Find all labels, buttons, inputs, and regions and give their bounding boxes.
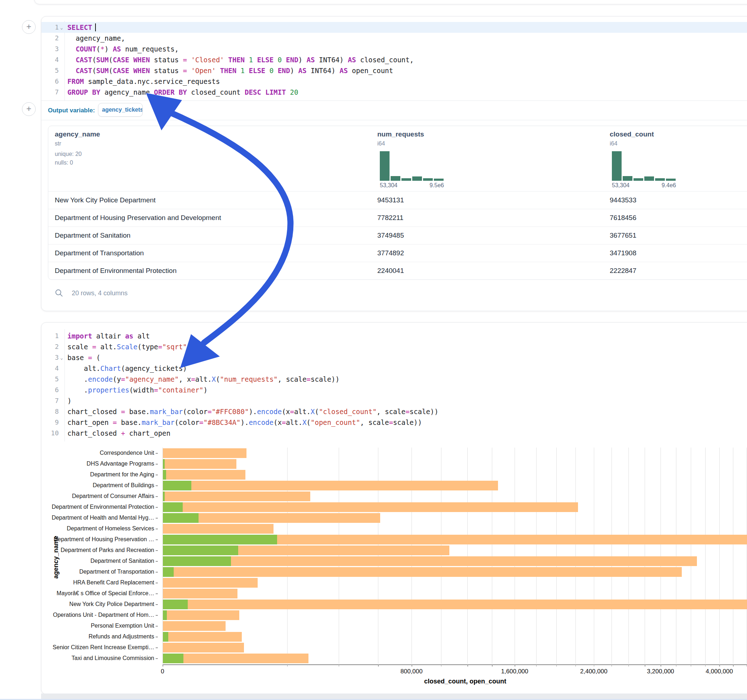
gridline <box>676 448 676 664</box>
gridline <box>628 448 629 664</box>
column-header-closed-count[interactable]: closed_count <box>610 130 654 138</box>
y-axis-tick <box>156 496 158 497</box>
y-axis-label: Personal Exemption Unit <box>45 620 158 631</box>
python-line-10[interactable]: 10chart_closed + chart_open <box>41 428 747 439</box>
y-axis-tick <box>156 539 158 540</box>
fold-caret-icon[interactable]: ⌄ <box>60 22 63 33</box>
x-axis-tick <box>733 664 734 667</box>
x-axis-label: 4,000,000 <box>706 668 733 675</box>
code-text[interactable]: CAST(SUM(CASE WHEN status = 'Open' THEN … <box>67 65 393 76</box>
closed_count-bar <box>163 535 747 545</box>
code-text[interactable]: COUNT(*) AS num_requests, <box>67 44 179 54</box>
code-text[interactable]: .encode(y="agency_name", x=alt.X("num_re… <box>67 374 339 385</box>
python-line-5[interactable]: 5 .encode(y="agency_name", x=alt.X("num_… <box>41 374 747 385</box>
cell-num-requests: 2240041 <box>377 262 404 279</box>
x-axis-tick <box>611 664 612 667</box>
line-number: 10 <box>41 428 59 439</box>
open_count-bar <box>163 556 231 566</box>
column-header-num-requests[interactable]: num_requests <box>377 130 424 138</box>
open_count-bar <box>163 546 238 555</box>
column-stats: unique: 20 nulls: 0 <box>55 150 82 167</box>
table-row[interactable]: Department of Transportation377489234719… <box>48 244 747 262</box>
x-axis-title: closed_count, open_count <box>424 678 506 685</box>
python-line-4[interactable]: 4 alt.Chart(agency_tickets) <box>41 363 747 374</box>
add-cell-button-top[interactable]: + <box>22 20 36 34</box>
x-axis-label: 1,600,000 <box>501 668 528 675</box>
notebook-page: + + 1⌄SELECT2 agency_name,3 COUNT(*) AS … <box>0 0 747 700</box>
x-axis-label: 3,200,000 <box>647 668 674 675</box>
table-row[interactable]: New York City Police Department945313194… <box>48 191 747 209</box>
sql-line-4[interactable]: 4 CAST(SUM(CASE WHEN status = 'Closed' T… <box>41 54 747 65</box>
open_count-bar <box>163 567 174 577</box>
divider <box>41 120 747 120</box>
code-text[interactable]: .properties(width="container") <box>67 385 207 395</box>
sql-line-7[interactable]: 7GROUP BY agency_name ORDER BY closed_co… <box>41 87 747 98</box>
python-line-6[interactable]: 6 .properties(width="container") <box>41 385 747 395</box>
code-text[interactable]: CAST(SUM(CASE WHEN status = 'Closed' THE… <box>67 54 414 65</box>
code-text[interactable]: ) <box>67 395 71 406</box>
fold-caret-icon[interactable]: ⌄ <box>60 353 63 363</box>
python-line-3[interactable]: 3⌄base = ( <box>41 352 747 363</box>
gridline <box>705 448 706 664</box>
histogram-bar <box>380 151 390 181</box>
y-axis-label: HRA Benefit Card Replacement <box>45 577 158 588</box>
output-variable-label: Output variable: <box>48 107 95 114</box>
x-axis-tick <box>411 664 412 667</box>
line-number: 2 <box>41 33 59 44</box>
output-variable-input[interactable]: agency_tickets <box>98 103 143 117</box>
python-code-editor[interactable]: 1import altair as alt2scale = alt.Scale(… <box>41 330 747 439</box>
line-number: 6 <box>41 385 59 395</box>
python-line-8[interactable]: 8chart_closed = base.mark_bar(color="#FF… <box>41 406 747 417</box>
histogram-bar <box>644 177 654 181</box>
y-axis-tick <box>156 582 158 583</box>
search-icon[interactable] <box>54 288 64 298</box>
closed_count-bar <box>163 578 258 588</box>
cell-closed-count: 9443533 <box>610 192 637 209</box>
column-header-agency-name[interactable]: agency_name <box>55 130 100 138</box>
code-text[interactable]: chart_closed = base.mark_bar(color="#FFC… <box>67 406 439 417</box>
table-row[interactable]: Department of Sanitation37494853677651 <box>48 226 747 244</box>
table-row[interactable]: Department of Environmental Protection22… <box>48 262 747 280</box>
y-axis-label: Mayorâ€ s Office of Special Enforce… <box>45 588 158 599</box>
python-line-2[interactable]: 2scale = alt.Scale(type="sqrt") <box>41 341 747 352</box>
table-row[interactable]: Department of Housing Preservation and D… <box>48 209 747 227</box>
sql-line-6[interactable]: 6FROM sample_data.nyc.service_requests <box>41 76 747 87</box>
code-text[interactable]: scale = alt.Scale(type="sqrt") <box>67 341 191 352</box>
sql-line-5[interactable]: 5 CAST(SUM(CASE WHEN status = 'Open' THE… <box>41 65 747 76</box>
sql-line-3[interactable]: 3 COUNT(*) AS num_requests, <box>41 44 747 54</box>
sql-line-2[interactable]: 2 agency_name, <box>41 33 747 44</box>
code-text[interactable]: import altair as alt <box>67 330 150 341</box>
code-text[interactable]: base = ( <box>67 352 101 363</box>
sql-line-1[interactable]: 1⌄SELECT <box>41 22 747 33</box>
y-axis-label: Operations Unit - Department of Hom… <box>45 609 158 620</box>
y-axis-label: Department of Buildings <box>45 480 158 491</box>
code-text[interactable]: alt.Chart(agency_tickets) <box>67 363 187 374</box>
x-axis-tick <box>441 664 442 667</box>
python-line-1[interactable]: 1import altair as alt <box>41 330 747 341</box>
gridline <box>556 448 557 664</box>
x-axis-tick <box>492 664 493 667</box>
y-axis-label: Department of Parks and Recreation <box>45 545 158 556</box>
code-text[interactable]: SELECT <box>67 22 96 33</box>
y-axis-label: Department of Sanitation <box>45 556 158 566</box>
sql-cell: 1⌄SELECT2 agency_name,3 COUNT(*) AS num_… <box>41 16 747 311</box>
y-axis-label: Taxi and Limousine Commission <box>45 653 158 664</box>
y-axis-tick <box>156 658 158 659</box>
histogram-bar <box>423 178 433 181</box>
cell-agency-name: Department of Sanitation <box>55 227 130 244</box>
code-text[interactable]: FROM sample_data.nyc.service_requests <box>67 76 220 87</box>
gridline <box>691 448 691 664</box>
histogram-bar <box>634 178 643 181</box>
code-text[interactable]: chart_open = base.mark_bar(color="#8BC34… <box>67 417 422 428</box>
closed_count-bar <box>163 470 245 480</box>
code-text[interactable]: agency_name, <box>67 33 125 44</box>
python-line-7[interactable]: 7) <box>41 395 747 406</box>
closed_count-bar <box>163 448 246 458</box>
sql-code-editor[interactable]: 1⌄SELECT2 agency_name,3 COUNT(*) AS num_… <box>41 22 747 98</box>
open_count-bar <box>163 459 165 469</box>
code-text[interactable]: chart_closed + chart_open <box>67 428 171 439</box>
add-cell-button-middle[interactable]: + <box>22 102 36 116</box>
python-line-9[interactable]: 9chart_open = base.mark_bar(color="#8BC3… <box>41 417 747 428</box>
code-text[interactable]: GROUP BY agency_name ORDER BY closed_cou… <box>67 87 298 98</box>
histogram-bar <box>666 179 676 181</box>
